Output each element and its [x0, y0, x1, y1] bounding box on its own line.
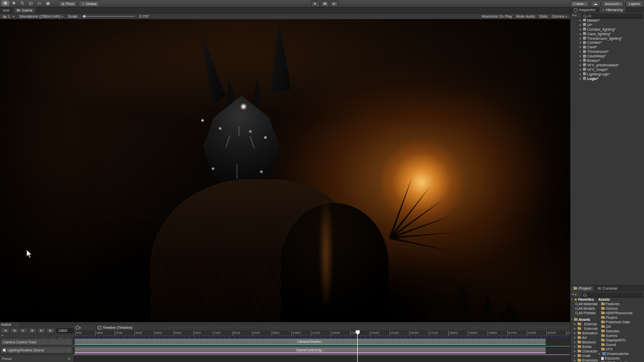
foldout-arrow-icon[interactable]: ▶: [580, 50, 582, 53]
step-button[interactable]: ▶|: [330, 1, 339, 7]
foldout-arrow-icon[interactable]: ▶: [580, 33, 582, 35]
maximize-on-play-button[interactable]: Maximize On Play: [479, 14, 514, 19]
add-button[interactable]: +: [68, 355, 70, 362]
scale-slider-knob[interactable]: [83, 15, 86, 18]
foldout-arrow-icon[interactable]: ▶: [574, 332, 577, 334]
project-tree-folder[interactable]: ▶Environments: [571, 358, 598, 362]
hierarchy-item[interactable]: ▶Throneroom_lighting*: [571, 36, 644, 41]
foldout-arrow-icon[interactable]: ▶: [580, 59, 582, 62]
create-object-button[interactable]: +▾: [572, 13, 577, 18]
foldout-arrow-icon[interactable]: ▼: [571, 318, 573, 321]
asset-folder-item[interactable]: VFX: [598, 347, 644, 351]
timeline-group-row[interactable]: Previz +: [0, 354, 73, 362]
hierarchy-item[interactable]: ▶VFX_Graph*: [571, 67, 644, 72]
asset-folder-item[interactable]: Plugins: [598, 315, 644, 320]
tab-console[interactable]: ▤ Console: [595, 286, 621, 291]
asset-folder-item[interactable]: SiggraphRTL: [598, 338, 644, 342]
project-tree-folder[interactable]: ▶Blockout: [571, 340, 598, 344]
project-tree-folder[interactable]: ▶Characters: [571, 349, 598, 353]
favorites-header[interactable]: ▼★Favorites: [571, 297, 598, 302]
global-button[interactable]: ⊚Global: [78, 1, 100, 7]
scale-tool[interactable]: ◱: [27, 1, 35, 6]
transform-tool[interactable]: ▦: [44, 1, 52, 6]
rotate-tool[interactable]: ↻: [19, 1, 26, 6]
favorites-item[interactable]: All Models: [571, 306, 598, 311]
hierarchy-item[interactable]: ▶Boston*: [571, 58, 644, 63]
track-header-camera[interactable]: Camera Control Track ⋮: [1, 338, 72, 345]
pivot-button[interactable]: ▣Pivot: [58, 1, 77, 7]
project-tree-folder[interactable]: ▶_ExternalAssets: [571, 326, 598, 331]
project-tree-folder[interactable]: ▶Art: [571, 335, 598, 340]
move-tool[interactable]: ✚: [10, 1, 18, 6]
tab-timeline[interactable]: Timeline: [0, 322, 19, 327]
hierarchy-item[interactable]: ▶CaveWarp*: [571, 54, 644, 58]
hierarchy-item[interactable]: ▶Corridor*: [571, 40, 644, 45]
foldout-arrow-icon[interactable]: ▶: [580, 19, 582, 22]
play-button[interactable]: ▶: [311, 1, 319, 7]
asset-folder-item[interactable]: QA: [598, 324, 644, 329]
hierarchy-item[interactable]: ▶Master*: [571, 18, 644, 23]
foldout-arrow-icon[interactable]: ▶: [574, 336, 577, 339]
asset-folder-item[interactable]: Sound: [598, 342, 644, 347]
create-asset-button[interactable]: +▾: [572, 292, 577, 297]
foldout-arrow-icon[interactable]: ▶: [574, 323, 577, 325]
foldout-arrow-icon[interactable]: ▶: [580, 46, 582, 48]
hierarchy-item[interactable]: ▶Corridor_lighting*: [571, 27, 644, 32]
foldout-arrow-icon[interactable]: ▶: [574, 341, 577, 343]
tab-scene[interactable]: Scene: [0, 8, 14, 13]
foldout-arrow-icon[interactable]: ▶: [580, 73, 582, 75]
add-track-dropdown[interactable]: ▾: [2, 333, 3, 337]
clip-scene-control[interactable]: SceneControlClip ↓: [74, 347, 546, 353]
hierarchy-item[interactable]: ▶Cave*: [571, 45, 644, 49]
foldout-arrow-icon[interactable]: ▶: [580, 37, 582, 40]
resolution-dropdown[interactable]: Standalone (2560x1440) ▾: [17, 14, 65, 19]
cloud-button[interactable]: ☁: [591, 1, 601, 7]
hierarchy-item[interactable]: ▶Cave_lighting*: [571, 32, 644, 36]
asset-folder-item[interactable]: Scenes: [598, 333, 644, 338]
tab-project[interactable]: Project: [571, 286, 595, 291]
foldout-arrow-icon[interactable]: ▶: [580, 64, 582, 66]
asset-folder-item[interactable]: Polybrush Data: [598, 320, 644, 324]
foldout-arrow-icon[interactable]: ▶: [580, 24, 582, 26]
display-dropdown[interactable]: Display 1 ▾: [0, 14, 17, 19]
foldout-arrow-icon[interactable]: ▶: [580, 55, 582, 57]
favorites-item[interactable]: All Materials: [571, 302, 598, 306]
foldout-arrow-icon[interactable]: ▶: [580, 68, 582, 71]
asset-file-item[interactable]: Expozure: [598, 356, 644, 360]
tab-inspector[interactable]: Inspector: [571, 7, 599, 13]
hand-tool[interactable]: ✥: [2, 1, 9, 6]
project-tree-folder[interactable]: ▶Builds: [571, 344, 598, 349]
foldout-arrow-icon[interactable]: ▶: [574, 350, 577, 352]
asset-folder-item[interactable]: Features: [598, 302, 644, 306]
collab-button[interactable]: Collab▾: [570, 1, 589, 7]
account-button[interactable]: Account▾: [602, 1, 624, 7]
project-search-input[interactable]: [582, 293, 643, 297]
hierarchy-item[interactable]: ▶VFX_presimulated*: [571, 63, 644, 67]
scale-slider[interactable]: [82, 16, 135, 17]
favorites-item[interactable]: All Prefabs: [571, 311, 598, 315]
asset-folder-item[interactable]: Gizmos: [598, 306, 644, 311]
asset-folder-item[interactable]: Samples: [598, 329, 644, 333]
foldout-arrow-icon[interactable]: ▶: [580, 41, 582, 44]
foldout-arrow-icon[interactable]: ▼: [571, 298, 573, 301]
foldout-arrow-icon[interactable]: ▶: [580, 28, 582, 31]
playhead-line[interactable]: [357, 330, 358, 362]
hierarchy-item[interactable]: ▶Throneroom*: [571, 49, 644, 54]
project-tree-folder[interactable]: ▶Animation: [571, 331, 598, 335]
clip-camera-timeline[interactable]: CameraTimeline ↓: [74, 338, 546, 345]
pause-button[interactable]: ▮▮: [320, 1, 329, 7]
foldout-arrow-icon[interactable]: ▶: [599, 352, 601, 355]
assets-root-item[interactable]: ▼Assets: [571, 317, 598, 322]
tab-hierarchy[interactable]: ≡ Hierarchy: [599, 7, 626, 13]
rect-tool[interactable]: ▭: [36, 1, 43, 6]
gizmos-dropdown[interactable]: Gizmos ▾: [549, 14, 569, 19]
foldout-arrow-icon[interactable]: ▶: [574, 354, 577, 357]
foldout-arrow-icon[interactable]: ▶: [574, 359, 577, 361]
timeline-ruler[interactable]: 9001800270036004500540063007200810090009…: [73, 330, 570, 336]
project-tree-folder[interactable]: ▶Code: [571, 353, 598, 358]
stats-button[interactable]: Stats: [537, 14, 549, 19]
mute-audio-button[interactable]: Mute Audio: [514, 14, 537, 19]
foldout-arrow-icon[interactable]: ▶: [580, 77, 582, 80]
game-render-viewport[interactable]: [0, 19, 570, 322]
tab-game[interactable]: Game: [14, 8, 36, 13]
